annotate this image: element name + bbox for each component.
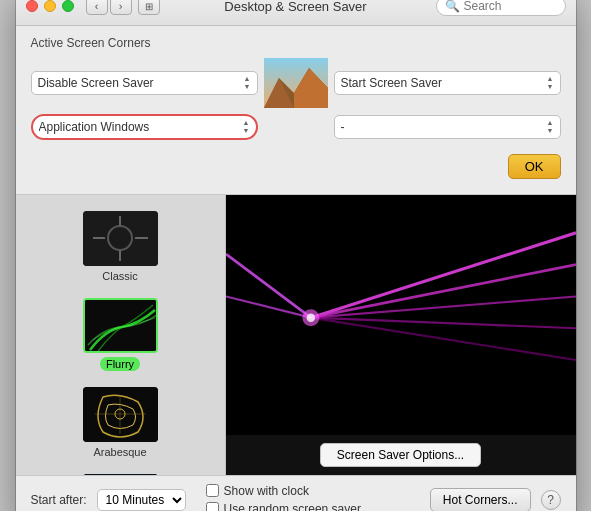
- bottom-right-stepper[interactable]: ▲ ▼: [547, 119, 554, 135]
- search-icon: 🔍: [445, 0, 460, 13]
- top-left-select[interactable]: Disable Screen Saver Start Screen Saver …: [38, 76, 240, 90]
- window-title: Desktop & Screen Saver: [224, 0, 366, 14]
- preview-thumbnail: [264, 58, 328, 108]
- sidebar: Classic Flurry: [16, 195, 226, 475]
- svg-rect-21: [226, 211, 576, 418]
- corners-grid: Disable Screen Saver Start Screen Saver …: [31, 58, 561, 140]
- random-saver-label: Use random screen saver: [224, 502, 361, 512]
- bottom-bar: Start after: 10 Minutes 1 Minute 5 Minut…: [16, 475, 576, 512]
- corners-section-label: Active Screen Corners: [31, 36, 561, 50]
- bottom-right-select[interactable]: - Disable Screen Saver Start Screen Save…: [341, 120, 543, 134]
- shell-thumbnail: [83, 474, 158, 475]
- stepper-down-icon-3[interactable]: ▼: [243, 127, 250, 135]
- ok-button[interactable]: OK: [508, 154, 561, 179]
- shell-thumbnail-svg: [83, 474, 158, 475]
- screen-saver-options-button[interactable]: Screen Saver Options...: [320, 443, 481, 467]
- main-window: ‹ › ⊞ Desktop & Screen Saver 🔍 Active Sc…: [16, 0, 576, 511]
- minimize-button[interactable]: [44, 0, 56, 12]
- classic-label: Classic: [102, 270, 137, 282]
- flurry-label: Flurry: [100, 357, 140, 371]
- stepper-up-icon[interactable]: ▲: [244, 75, 251, 83]
- forward-button[interactable]: ›: [110, 0, 132, 15]
- sidebar-item-arabesque[interactable]: Arabesque: [16, 379, 225, 466]
- bottom-right-corner-select[interactable]: - Disable Screen Saver Start Screen Save…: [334, 115, 561, 139]
- sidebar-item-shell[interactable]: Shell: [16, 466, 225, 475]
- stepper-down-icon-4[interactable]: ▼: [547, 127, 554, 135]
- top-right-stepper[interactable]: ▲ ▼: [547, 75, 554, 91]
- checkbox-group: Show with clock Use random screen saver: [206, 484, 361, 512]
- show-clock-row: Show with clock: [206, 484, 361, 498]
- stepper-up-icon-3[interactable]: ▲: [243, 119, 250, 127]
- bottom-left-corner-select[interactable]: Application Windows Disable Screen Saver…: [31, 114, 258, 140]
- bottom-left-select[interactable]: Application Windows Disable Screen Saver…: [39, 120, 239, 134]
- stepper-up-icon-4[interactable]: ▲: [547, 119, 554, 127]
- classic-thumbnail: [83, 211, 158, 266]
- arabesque-thumbnail: [83, 387, 158, 442]
- flurry-thumbnail-svg: [85, 300, 158, 353]
- search-box: 🔍: [436, 0, 566, 16]
- back-button[interactable]: ‹: [86, 0, 108, 15]
- help-button[interactable]: ?: [541, 490, 561, 510]
- traffic-lights: [26, 0, 74, 12]
- classic-thumbnail-svg: [83, 211, 158, 266]
- top-left-corner-select[interactable]: Disable Screen Saver Start Screen Saver …: [31, 71, 258, 95]
- svg-rect-15: [83, 474, 158, 475]
- main-content: Classic Flurry: [16, 195, 576, 475]
- arabesque-thumbnail-svg: [83, 387, 158, 442]
- arabesque-label: Arabesque: [93, 446, 146, 458]
- svg-point-30: [306, 313, 314, 321]
- stepper-up-icon-2[interactable]: ▲: [547, 75, 554, 83]
- flurry-thumbnail: [83, 298, 158, 353]
- ok-row: OK: [31, 140, 561, 179]
- search-input[interactable]: [464, 0, 557, 13]
- show-clock-label: Show with clock: [224, 484, 309, 498]
- hot-corners-button[interactable]: Hot Corners...: [430, 488, 531, 512]
- corners-overlay: Active Screen Corners Disable Screen Sav…: [16, 26, 576, 195]
- random-saver-row: Use random screen saver: [206, 502, 361, 512]
- top-left-stepper[interactable]: ▲ ▼: [244, 75, 251, 91]
- top-right-corner-select[interactable]: Start Screen Saver Disable Screen Saver …: [334, 71, 561, 95]
- sidebar-item-flurry[interactable]: Flurry: [16, 290, 225, 379]
- top-right-select[interactable]: Start Screen Saver Disable Screen Saver …: [341, 76, 543, 90]
- sidebar-item-classic[interactable]: Classic: [16, 203, 225, 290]
- stepper-down-icon[interactable]: ▼: [244, 83, 251, 91]
- nav-buttons: ‹ ›: [86, 0, 132, 15]
- preview-thumbnail-svg: [264, 58, 328, 108]
- bottom-left-stepper[interactable]: ▲ ▼: [243, 119, 250, 135]
- preview-area: Screen Saver Options...: [226, 195, 576, 475]
- grid-button[interactable]: ⊞: [138, 0, 160, 15]
- maximize-button[interactable]: [62, 0, 74, 12]
- preview-screensaver: [226, 195, 576, 435]
- preview-laser-svg: [226, 195, 576, 435]
- start-after-label: Start after:: [31, 493, 87, 507]
- random-saver-checkbox[interactable]: [206, 502, 219, 511]
- time-select[interactable]: 10 Minutes 1 Minute 5 Minutes 20 Minutes…: [97, 489, 186, 511]
- show-clock-checkbox[interactable]: [206, 484, 219, 497]
- close-button[interactable]: [26, 0, 38, 12]
- titlebar: ‹ › ⊞ Desktop & Screen Saver 🔍: [16, 0, 576, 26]
- stepper-down-icon-2[interactable]: ▼: [547, 83, 554, 91]
